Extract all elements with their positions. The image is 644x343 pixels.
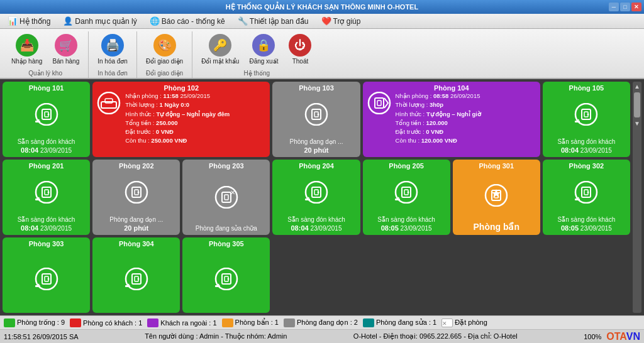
room-301-status: Phòng bẩn (455, 221, 538, 232)
room-304[interactable]: Phòng 304 (92, 237, 180, 313)
window-controls: ─ □ ✕ (609, 3, 641, 11)
room-302-icon (574, 181, 599, 204)
dang-xuat-button[interactable]: 🔒 Đăng xuất (245, 31, 282, 67)
room-201-time: 08:04 (21, 224, 38, 232)
svg-rect-63 (222, 274, 231, 284)
room-103[interactable]: Phòng 103 Phòng đang dọn ... 20 phút (272, 82, 360, 157)
room-201-title: Phòng 201 (5, 162, 87, 170)
svg-point-55 (47, 278, 49, 280)
legend-don: Phòng đang dọn : 2 (284, 318, 358, 327)
room-201-icon (34, 181, 59, 204)
room-305-body (185, 248, 267, 310)
bottom-right: 100% OTAVN (584, 331, 640, 342)
svg-point-60 (137, 278, 139, 280)
room-105[interactable]: Phòng 105 Sẵn sàng đón khách 08:04 23/09… (543, 82, 630, 157)
svg-rect-31 (225, 195, 228, 200)
doi-mat-khau-label: Đổi mật khẩu (201, 58, 239, 65)
room-203-body: ✕ (185, 170, 267, 224)
legend-sua-label: Phòng đang sửa : 1 (376, 318, 436, 327)
nhap-hang-icon: 📥 (16, 34, 38, 57)
thoat-button[interactable]: ⏻ Thoát (284, 31, 316, 67)
room-101[interactable]: Phòng 101 Sẵn sàng đón khách 08:04 23/09… (3, 82, 90, 157)
maximize-button[interactable]: □ (620, 3, 630, 11)
legend-trong: Phòng trống : 9 (4, 318, 65, 327)
room-104-checkin: Nhận phòng : 08:58 26/09/2015 (396, 92, 538, 101)
hotel-info: O-Hotel - Điện thoại: 0965.222.665 - Địa… (353, 332, 518, 340)
room-304-icon (124, 268, 149, 290)
otel-logo: OTAVN (606, 331, 640, 342)
menu-bao-cao[interactable]: 🌐 Báo cáo - thống kê (145, 15, 230, 27)
zoom-level: 100% (584, 333, 601, 340)
room-202[interactable]: Phòng 202 Phòng đang dọn ... 20 phút (92, 160, 180, 235)
menu-tro-giup[interactable]: ❤️ Trợ giúp (316, 15, 366, 27)
room-103-title: Phòng 103 (275, 84, 357, 92)
thoat-label: Thoát (292, 58, 309, 65)
room-303[interactable]: Phòng 303 (3, 237, 90, 313)
menu-thiet-lap[interactable]: 🔧 Thiết lập ban đầu (233, 15, 314, 27)
scroll-down[interactable]: ▼ (633, 119, 641, 128)
legend-bar: Phòng trống : 9 Phòng có khách : 1 Khách… (0, 315, 644, 329)
room-102-checkin: Nhận phòng : 11:58 25/09/2015 (125, 92, 267, 101)
scrollbar[interactable]: ▲ ▼ (633, 82, 641, 313)
svg-rect-16 (582, 109, 591, 119)
scroll-up[interactable]: ▲ (633, 82, 641, 91)
legend-don-color (284, 318, 295, 327)
room-202-title: Phòng 202 (95, 162, 177, 170)
minimize-button[interactable]: ─ (609, 3, 619, 11)
menu-bao-cao-label: Báo cáo - thống kê (162, 17, 225, 26)
room-204-status: Sẵn sàng đón khách 08:04 23/09/2015 (275, 215, 357, 232)
room-205-title: Phòng 205 (365, 162, 448, 170)
toolbar-group-kho: 📥 Nhập hàng 🛒 Bán hàng Quản lý kho (3, 31, 89, 78)
room-205[interactable]: Phòng 205 Sẵn sàng đón khách 08:05 23/09… (363, 160, 450, 235)
legend-ban-color (222, 318, 233, 327)
svg-point-50 (587, 192, 589, 193)
in-hoa-don-label: In hóa đơn (97, 58, 128, 65)
close-button[interactable]: ✕ (631, 3, 641, 11)
room-305[interactable]: Phòng 305 (182, 237, 270, 313)
doi-giao-dien-button[interactable]: 🎨 Đổi giao diện (142, 31, 187, 67)
room-102-method: Hình thức : Tự động – Nghỉ ngày đêm (125, 110, 267, 119)
room-104-duration: Thời lượng : 3h0p (396, 101, 538, 109)
doi-giao-dien-label: Đổi giao diện (146, 58, 183, 65)
in-hoa-don-button[interactable]: 🖨️ In hóa đơn (94, 31, 131, 67)
kho-label: Quản lý kho (28, 70, 62, 78)
room-204[interactable]: Phòng 204 Sẵn sàng đón khách 08:04 23/09… (272, 160, 360, 235)
svg-rect-48 (582, 187, 591, 197)
svg-point-25 (126, 182, 147, 203)
toolbar-group-hethong: 🔑 Đổi mật khẩu 🔒 Đăng xuất ⏻ Thoát Hệ th… (192, 31, 321, 78)
nhap-hang-button[interactable]: 📥 Nhập hàng (8, 31, 46, 67)
svg-rect-42 (395, 199, 400, 200)
svg-rect-26 (132, 187, 141, 197)
legend-sua: Phòng đang sửa : 1 (363, 318, 436, 327)
toolbar-group-hoadon: 🖨️ In hóa đơn In hóa đơn (89, 31, 137, 78)
room-102[interactable]: Phòng 102 Nhận phòng : 11:58 25/09/2015 … (92, 82, 270, 157)
room-104[interactable]: Phòng 104 Nhận phòng : 08:58 26/09/2015 … (363, 82, 540, 157)
menu-he-thong[interactable]: 📊 Hệ thống (3, 15, 55, 27)
room-203[interactable]: Phòng 203 ✕ Phòng đang sửa chữa (182, 160, 270, 235)
room-202-icon (124, 181, 149, 204)
room-302-title: Phòng 302 (545, 162, 628, 170)
room-201-body (5, 170, 87, 215)
room-204-title: Phòng 204 (275, 162, 357, 170)
room-201[interactable]: Phòng 201 Sẵn sàng đón khách 08:04 23/09… (3, 160, 90, 235)
menu-danh-muc[interactable]: 👤 Danh mục quản lý (58, 15, 142, 27)
room-104-title: Phòng 104 (365, 84, 538, 92)
title-bar: HỆ THỐNG QUẢN LÝ KHÁCH SẠN THÔNG MINH O-… (0, 0, 644, 14)
room-202-time: 20 phút (124, 224, 148, 232)
svg-rect-37 (305, 199, 310, 200)
room-103-icon (304, 103, 329, 126)
doi-mat-khau-button[interactable]: 🔑 Đổi mật khẩu (197, 31, 243, 67)
room-302[interactable]: Phòng 302 Sẵn sàng đón khách 08:05 23/09… (543, 160, 630, 235)
room-101-body (5, 92, 87, 138)
ban-hang-button[interactable]: 🛒 Bán hàng (48, 31, 83, 67)
scroll-thumb[interactable] (634, 92, 640, 117)
room-203-title: Phòng 203 (185, 162, 267, 170)
ban-hang-label: Bán hàng (52, 58, 79, 65)
room-301[interactable]: Phòng 301 Phòng bẩn (453, 160, 540, 235)
main-content: Phòng 101 Sẵn sàng đón khách 08:04 23/09… (0, 79, 644, 315)
toolbar-group-giaodien: 🎨 Đổi giao diện Đổi giao diện (137, 31, 192, 78)
current-time: 11:58:51 26/09/2015 SA (4, 333, 79, 340)
legend-co-khach-color (70, 318, 81, 327)
room-103-status: Phòng đang dọn ... 20 phút (275, 138, 357, 155)
svg-rect-51 (575, 199, 580, 200)
